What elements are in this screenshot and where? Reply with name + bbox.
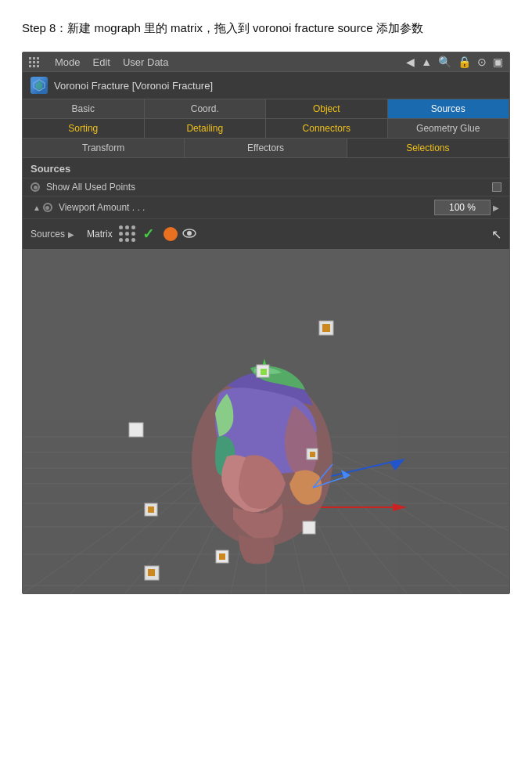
eye-button[interactable] <box>181 227 198 242</box>
sources-list-row: Sources ▶ Matrix ✓ <box>23 218 509 249</box>
svg-rect-48 <box>303 521 315 534</box>
tab-coord[interactable]: Coord. <box>145 99 267 118</box>
matrix-label: Matrix <box>87 229 113 240</box>
voronoi-icon <box>31 77 48 94</box>
c4d-menubar: Mode Edit User Data ◀ ▲ 🔍 🔒 ⊙ ▣ <box>23 52 509 72</box>
show-all-label: Show All Used Points <box>46 182 487 193</box>
square-icon: ▣ <box>493 56 503 68</box>
3d-viewport[interactable] <box>23 249 509 593</box>
panel-title: Voronoi Fracture [Voronoi Fracture] <box>54 80 213 92</box>
sources-expand-icon[interactable]: ▶ <box>68 230 74 239</box>
sources-text: Sources <box>31 229 65 240</box>
show-all-used-points-row: Show All Used Points <box>23 178 509 196</box>
viewport-amount-arrow[interactable]: ▶ <box>491 204 501 212</box>
show-all-radio[interactable] <box>31 182 40 192</box>
search-icon[interactable]: 🔍 <box>438 56 451 68</box>
arrow-up-icon: ▲ <box>421 56 432 68</box>
viewport-svg <box>23 249 509 593</box>
circle-icon: ⊙ <box>477 56 487 68</box>
menubar-right: ◀ ▲ 🔍 🔒 ⊙ ▣ <box>406 56 503 68</box>
tab-transform[interactable]: Transform <box>23 139 185 157</box>
svg-rect-35 <box>261 369 267 375</box>
tabs-row-1: Basic Coord. Object Sources <box>23 99 509 119</box>
menu-user-data[interactable]: User Data <box>123 56 169 68</box>
tabs-row-2: Sorting Detailing Connectors Geometry Gl… <box>23 119 509 139</box>
svg-rect-45 <box>219 553 225 560</box>
eye-icon <box>181 227 198 240</box>
svg-rect-43 <box>148 506 154 513</box>
tab-geometry-glue[interactable]: Geometry Glue <box>388 119 510 138</box>
tab-sources[interactable]: Sources <box>388 99 510 118</box>
tab-object[interactable]: Object <box>266 99 388 118</box>
tab-selections[interactable]: Selections <box>347 139 509 157</box>
tab-detailing[interactable]: Detailing <box>145 119 267 138</box>
page-container: Step 8：新建 mograph 里的 matrix，拖入到 voronoi … <box>0 0 532 613</box>
arrow-left-icon: ◀ <box>406 56 415 68</box>
viewport-amount-row: ▲ Viewport Amount . . . ▶ <box>23 196 509 218</box>
svg-rect-41 <box>129 423 143 437</box>
cursor-icon: ↖ <box>491 227 501 242</box>
show-all-checkbox[interactable] <box>492 182 501 192</box>
menu-edit[interactable]: Edit <box>93 56 110 68</box>
step-title: Step 8：新建 mograph 里的 matrix，拖入到 voronoi … <box>22 19 510 38</box>
tab-connectors[interactable]: Connectors <box>266 119 388 138</box>
tab-effectors[interactable]: Effectors <box>185 139 347 157</box>
viewport-radio[interactable] <box>43 203 52 212</box>
viewport-amount-input[interactable] <box>434 200 491 215</box>
tab-sorting[interactable]: Sorting <box>23 119 145 138</box>
viewport-amount-label: Viewport Amount . . . <box>59 202 434 213</box>
sources-label: Sources ▶ <box>31 229 74 240</box>
svg-rect-47 <box>310 452 315 457</box>
lock-icon[interactable]: 🔒 <box>458 56 471 68</box>
grid-icon <box>29 57 39 67</box>
menu-mode[interactable]: Mode <box>55 56 81 68</box>
matrix-icon <box>119 225 136 243</box>
svg-point-5 <box>187 231 192 236</box>
c4d-panel: Mode Edit User Data ◀ ▲ 🔍 🔒 ⊙ ▣ <box>22 52 510 594</box>
svg-rect-50 <box>148 569 155 576</box>
tab-basic[interactable]: Basic <box>23 99 145 118</box>
check-icon[interactable]: ✓ <box>142 225 154 243</box>
section-sources-header: Sources <box>23 158 509 178</box>
svg-rect-40 <box>322 324 330 332</box>
tabs-row-3: Transform Effectors Selections <box>23 139 509 158</box>
viewport-amount-stepper-up[interactable]: ▲ <box>31 204 43 212</box>
orange-dot-icon <box>164 227 178 241</box>
title-row: Voronoi Fracture [Voronoi Fracture] <box>23 72 509 99</box>
